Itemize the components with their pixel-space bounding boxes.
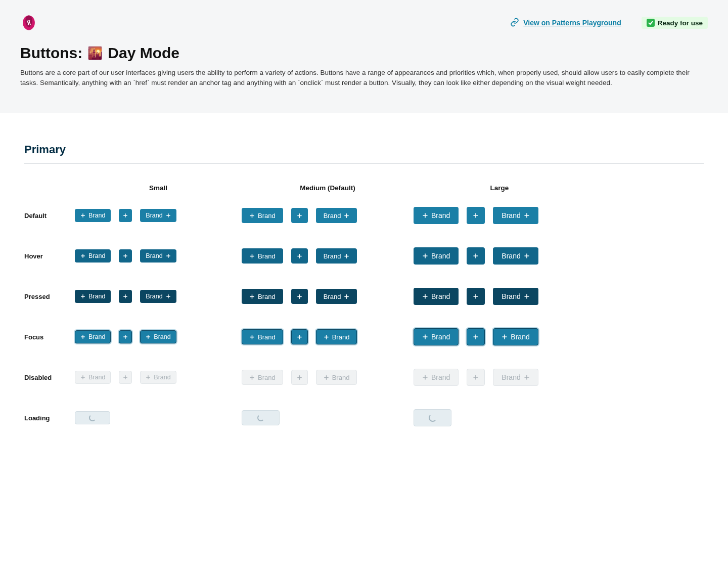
brand-button[interactable]: Brand [316, 370, 357, 385]
brand-button[interactable]: Brand [493, 369, 538, 386]
brand-button[interactable]: Brand [242, 370, 283, 385]
brand-button[interactable] [119, 290, 132, 303]
plus-icon [502, 334, 508, 340]
col-large: Large [414, 184, 585, 192]
button-cell: BrandBrand [75, 249, 242, 263]
brand-button[interactable] [467, 288, 485, 305]
brand-button[interactable]: Brand [316, 329, 357, 344]
button-cell: BrandBrand [414, 369, 585, 386]
button-label: Brand [258, 293, 276, 300]
brand-button[interactable]: Brand [75, 290, 111, 303]
header: View on Patterns Playground Ready for us… [0, 0, 728, 113]
plus-icon [473, 253, 479, 259]
button-label: Brand [154, 333, 170, 340]
plus-icon [524, 212, 530, 219]
brand-button[interactable]: Brand [140, 371, 176, 384]
brand-button[interactable]: Brand [75, 330, 111, 343]
brand-button[interactable]: Brand [414, 247, 459, 265]
plus-icon [344, 213, 349, 219]
brand-button[interactable]: Brand [242, 248, 283, 264]
brand-button[interactable]: Brand [75, 209, 111, 222]
brand-button[interactable] [467, 247, 485, 265]
brand-button[interactable]: Brand [242, 289, 283, 304]
section-title: Primary [24, 143, 704, 164]
plus-icon [324, 334, 329, 340]
col-small: Small [75, 184, 242, 192]
button-cell: BrandBrand [75, 209, 242, 222]
brand-button[interactable]: Brand [140, 290, 176, 303]
row-label: Hover [24, 252, 75, 260]
brand-button[interactable]: Brand [140, 209, 176, 222]
brand-button[interactable]: Brand [75, 371, 111, 384]
brand-button[interactable]: Brand [140, 330, 176, 343]
brand-button[interactable] [291, 370, 308, 385]
plus-icon [422, 334, 428, 340]
plus-icon [166, 253, 171, 258]
playground-link-label: View on Patterns Playground [523, 19, 621, 27]
button-label: Brand [154, 374, 170, 381]
plus-icon [473, 212, 479, 219]
plus-icon [422, 253, 428, 259]
button-label: Brand [88, 333, 105, 340]
brand-button[interactable]: Brand [493, 247, 538, 265]
plus-icon [344, 294, 349, 299]
button-label: Brand [502, 211, 520, 220]
plus-icon [249, 294, 255, 299]
brand-button-loading[interactable] [242, 410, 280, 425]
brand-button[interactable] [291, 289, 308, 304]
plus-icon [80, 334, 85, 339]
plus-icon [297, 375, 302, 380]
brand-button[interactable]: Brand [316, 289, 357, 304]
brand-button[interactable] [467, 328, 485, 345]
plus-icon [422, 212, 428, 219]
brand-button[interactable] [467, 207, 485, 224]
button-cell [242, 410, 414, 425]
plus-icon [422, 293, 428, 299]
brand-button[interactable] [467, 369, 485, 386]
button-label: Brand [146, 212, 162, 219]
brand-button[interactable]: Brand [493, 207, 538, 224]
brand-button[interactable] [119, 209, 132, 222]
button-label: Brand [502, 373, 520, 381]
spinner-icon [257, 414, 264, 421]
brand-button[interactable]: Brand [316, 248, 357, 264]
brand-button[interactable] [291, 329, 308, 344]
brand-button[interactable]: Brand [140, 249, 176, 263]
brand-button[interactable]: Brand [75, 249, 111, 263]
brand-button[interactable]: Brand [414, 328, 459, 345]
button-cell: BrandBrand [75, 330, 242, 343]
plus-icon [146, 334, 151, 339]
brand-button[interactable]: Brand [414, 288, 459, 305]
brand-button[interactable] [119, 371, 132, 384]
brand-button[interactable] [291, 248, 308, 264]
plus-icon [297, 334, 302, 340]
brand-button[interactable]: Brand [242, 208, 283, 223]
button-label: Brand [324, 212, 341, 220]
plus-icon [249, 375, 255, 380]
plus-icon [297, 253, 302, 259]
brand-button[interactable] [119, 249, 132, 263]
plus-icon [473, 293, 479, 299]
button-label: Brand [511, 333, 529, 341]
state-row-loading: Loading [24, 409, 704, 426]
brand-button-loading[interactable] [75, 411, 110, 424]
spinner-icon [89, 414, 96, 421]
state-row-disabled: DisabledBrandBrandBrandBrandBrandBrand [24, 369, 704, 386]
brand-button[interactable] [119, 330, 132, 343]
brand-button[interactable] [291, 208, 308, 223]
button-label: Brand [88, 212, 105, 219]
brand-button-loading[interactable] [414, 409, 451, 426]
plus-icon [422, 374, 428, 380]
brand-button[interactable]: Brand [414, 369, 459, 386]
check-icon [647, 19, 655, 27]
brand-button[interactable]: Brand [493, 328, 538, 345]
brand-button[interactable]: Brand [242, 329, 283, 344]
brand-button[interactable]: Brand [414, 207, 459, 224]
plus-icon [249, 334, 255, 340]
brand-button[interactable]: Brand [316, 208, 357, 223]
button-cell: BrandBrand [414, 288, 585, 305]
button-cell: BrandBrand [242, 329, 414, 344]
playground-link[interactable]: View on Patterns Playground [510, 18, 621, 28]
brand-button[interactable]: Brand [493, 288, 538, 305]
button-cell: BrandBrand [414, 207, 585, 224]
